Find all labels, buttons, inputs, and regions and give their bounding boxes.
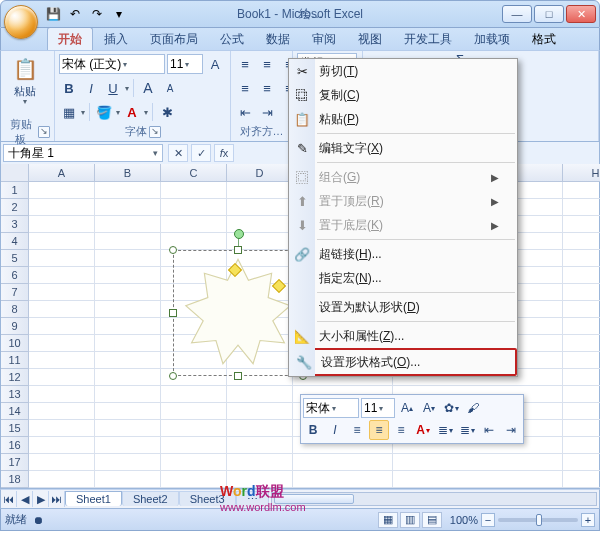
row-header[interactable]: 3 <box>1 216 29 233</box>
tab-addins[interactable]: 加载项 <box>463 27 521 51</box>
qat-undo-icon[interactable]: ↶ <box>66 5 84 23</box>
qat-redo-icon[interactable]: ↷ <box>88 5 106 23</box>
font-size-combo[interactable]: 11▾ <box>167 54 203 74</box>
align-top-button[interactable]: ≡ <box>235 54 255 74</box>
menu-item-o[interactable]: 🔧设置形状格式(O)... <box>291 350 515 374</box>
paste-button[interactable]: 📋 粘贴 ▾ <box>5 53 45 108</box>
resize-handle-n[interactable] <box>234 246 242 254</box>
shrink-font-button[interactable]: A <box>160 78 180 98</box>
tab-review[interactable]: 审阅 <box>301 27 347 51</box>
menu-item-z[interactable]: 📐大小和属性(Z)... <box>289 324 517 348</box>
menu-item-p[interactable]: 📋粘贴(P) <box>289 107 517 131</box>
indent-inc-button[interactable]: ⇥ <box>257 102 277 122</box>
mini-style-button[interactable]: ✿▾ <box>441 398 461 418</box>
zoom-label[interactable]: 100% <box>450 514 478 526</box>
row-header[interactable]: 2 <box>1 199 29 216</box>
row-header[interactable]: 17 <box>1 454 29 471</box>
row-header[interactable]: 14 <box>1 403 29 420</box>
row-header[interactable]: 6 <box>1 267 29 284</box>
row-header[interactable]: 11 <box>1 352 29 369</box>
new-sheet-button[interactable]: ⋯ <box>236 491 269 507</box>
row-header[interactable]: 18 <box>1 471 29 488</box>
row-header[interactable]: 10 <box>1 335 29 352</box>
horizontal-scrollbar[interactable] <box>271 492 597 506</box>
tab-data[interactable]: 数据 <box>255 27 301 51</box>
italic-button[interactable]: I <box>81 78 101 98</box>
sheet-nav-next[interactable]: ▶ <box>33 491 49 507</box>
row-header[interactable]: 4 <box>1 233 29 250</box>
view-normal-button[interactable]: ▦ <box>378 512 398 528</box>
zoom-out-button[interactable]: − <box>481 513 495 527</box>
selected-shape[interactable] <box>173 250 303 376</box>
zoom-slider[interactable] <box>498 518 578 522</box>
menu-item-h[interactable]: 🔗超链接(H)... <box>289 242 517 266</box>
grow-font-button[interactable]: A <box>138 78 158 98</box>
tab-developer[interactable]: 开发工具 <box>393 27 463 51</box>
mini-align-center-button[interactable]: ≡ <box>369 420 389 440</box>
row-header[interactable]: 16 <box>1 437 29 454</box>
qat-save-icon[interactable]: 💾 <box>44 5 62 23</box>
mini-bullets-button[interactable]: ≣▾ <box>435 420 455 440</box>
row-header[interactable]: 13 <box>1 386 29 403</box>
font-color-button[interactable]: A <box>122 102 142 122</box>
row-header[interactable]: 12 <box>1 369 29 386</box>
align-middle-button[interactable]: ≡ <box>257 54 277 74</box>
sheet-tab-1[interactable]: Sheet1 <box>65 491 122 506</box>
confirm-entry-button[interactable]: ✓ <box>191 144 211 162</box>
mini-shrink-font-button[interactable]: A▾ <box>419 398 439 418</box>
resize-handle-sw[interactable] <box>169 372 177 380</box>
row-header[interactable]: 1 <box>1 182 29 199</box>
mini-font-color-button[interactable]: A▾ <box>413 420 433 440</box>
row-header[interactable]: 8 <box>1 301 29 318</box>
indent-dec-button[interactable]: ⇤ <box>235 102 255 122</box>
select-all-corner[interactable] <box>1 164 29 182</box>
view-page-break-button[interactable]: ▤ <box>422 512 442 528</box>
bold-button[interactable]: B <box>59 78 79 98</box>
col-header[interactable]: C <box>161 164 227 182</box>
menu-item-c[interactable]: ⿻复制(C) <box>289 83 517 107</box>
office-button[interactable] <box>4 5 38 39</box>
minimize-button[interactable]: — <box>502 5 532 23</box>
mini-paint-button[interactable]: 🖌 <box>463 398 483 418</box>
mini-font-combo[interactable]: 宋体▾ <box>303 398 359 418</box>
mini-indent-dec-button[interactable]: ⇤ <box>479 420 499 440</box>
font-name-combo[interactable]: 宋体 (正文)▾ <box>59 54 165 74</box>
qat-customize-icon[interactable]: ▾ <box>110 5 128 23</box>
fill-color-button[interactable]: 🪣 <box>94 102 114 122</box>
menu-item-n[interactable]: 指定宏(N)... <box>289 266 517 290</box>
rotation-handle[interactable] <box>234 229 244 239</box>
close-button[interactable]: ✕ <box>566 5 596 23</box>
name-box[interactable]: 十角星 1▾ <box>3 144 163 162</box>
tab-format[interactable]: 格式 <box>521 27 567 51</box>
col-header[interactable]: A <box>29 164 95 182</box>
clipboard-dialog-launcher[interactable]: ↘ <box>38 126 50 138</box>
resize-handle-s[interactable] <box>234 372 242 380</box>
mini-grow-font-button[interactable]: A▴ <box>397 398 417 418</box>
row-header[interactable]: 15 <box>1 420 29 437</box>
sheet-tab-3[interactable]: Sheet3 <box>179 491 236 506</box>
row-header[interactable]: 7 <box>1 284 29 301</box>
font-grow-button[interactable]: A <box>205 54 225 74</box>
tab-formulas[interactable]: 公式 <box>209 27 255 51</box>
align-center-button[interactable]: ≡ <box>257 78 277 98</box>
resize-handle-w[interactable] <box>169 309 177 317</box>
menu-item-x[interactable]: ✎编辑文字(X) <box>289 136 517 160</box>
mini-bold-button[interactable]: B <box>303 420 323 440</box>
zoom-in-button[interactable]: + <box>581 513 595 527</box>
border-button[interactable]: ▦ <box>59 102 79 122</box>
tab-view[interactable]: 视图 <box>347 27 393 51</box>
phonetic-button[interactable]: ✱ <box>157 102 177 122</box>
sheet-nav-prev[interactable]: ◀ <box>17 491 33 507</box>
menu-item-d[interactable]: 设置为默认形状(D) <box>289 295 517 319</box>
sheet-nav-first[interactable]: ⏮ <box>1 491 17 507</box>
mini-italic-button[interactable]: I <box>325 420 345 440</box>
tab-home[interactable]: 开始 <box>47 27 93 51</box>
col-header[interactable]: H <box>563 164 600 182</box>
mini-size-combo[interactable]: 11▾ <box>361 398 395 418</box>
maximize-button[interactable]: □ <box>534 5 564 23</box>
col-header[interactable]: B <box>95 164 161 182</box>
align-left-button[interactable]: ≡ <box>235 78 255 98</box>
menu-item-t[interactable]: ✂剪切(T) <box>289 59 517 83</box>
col-header[interactable]: D <box>227 164 293 182</box>
fx-button[interactable]: fx <box>214 144 234 162</box>
